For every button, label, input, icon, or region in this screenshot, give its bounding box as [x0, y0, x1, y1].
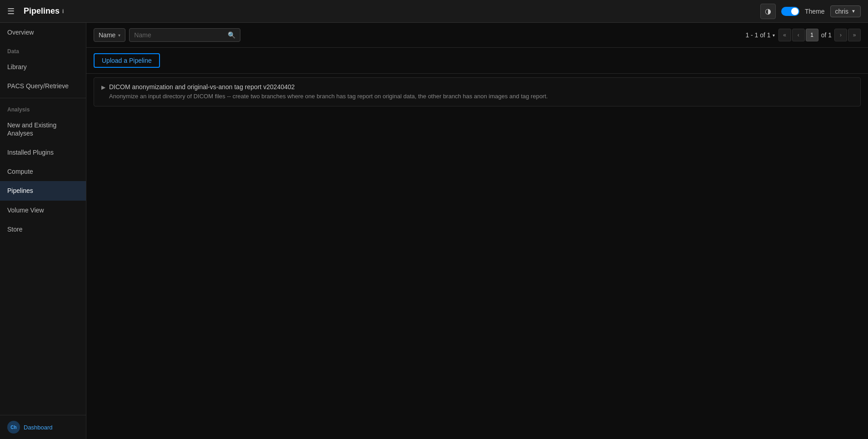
topnav: ☰ Pipelines i ◑ Theme chris ▼ [0, 0, 868, 23]
theme-toggle[interactable] [781, 7, 799, 16]
search-box: 🔍 [129, 28, 240, 42]
sidebar: Overview Data Library PACS Query/Retriev… [0, 23, 86, 439]
pipeline-header[interactable]: ▶ DICOM anonymization and original-vs-an… [94, 78, 860, 106]
pagination-prev-button[interactable]: ‹ [792, 29, 805, 41]
toolbar-left: Name ▾ 🔍 [94, 28, 240, 42]
theme-contrast-button[interactable]: ◑ [760, 4, 776, 19]
pagination-info: 1 - 1 of 1 ▾ [745, 31, 774, 39]
pagination-total: of 1 [819, 31, 833, 39]
user-menu-button[interactable]: chris ▼ [830, 5, 861, 17]
sidebar-item-store[interactable]: Store [0, 220, 86, 239]
pipeline-item: ▶ DICOM anonymization and original-vs-an… [94, 77, 861, 106]
pagination-last-button[interactable]: » [848, 29, 861, 41]
sidebar-item-installed-plugins[interactable]: Installed Plugins [0, 143, 86, 162]
charis-logo: Ch [7, 421, 20, 434]
upload-area: Upload a Pipeline [86, 48, 868, 74]
hamburger-icon[interactable]: ☰ [7, 6, 15, 16]
search-icon: 🔍 [228, 31, 235, 39]
main-layout: Overview Data Library PACS Query/Retriev… [0, 23, 868, 439]
topnav-right: ◑ Theme chris ▼ [760, 4, 861, 19]
theme-label: Theme [805, 8, 825, 15]
sidebar-item-compute[interactable]: Compute [0, 162, 86, 181]
sidebar-bottom: Ch Dashboard [0, 415, 86, 439]
pagination-chevron-icon: ▾ [773, 33, 775, 38]
toggle-thumb [791, 8, 798, 15]
pipeline-name: DICOM anonymization and original-vs-anon… [109, 83, 548, 91]
filter-chevron-icon: ▾ [118, 33, 120, 38]
pagination-first-button[interactable]: « [778, 29, 791, 41]
sidebar-item-library[interactable]: Library [0, 57, 86, 76]
sidebar-item-overview[interactable]: Overview [0, 23, 86, 42]
sidebar-divider [0, 98, 86, 98]
expand-icon: ▶ [101, 84, 105, 91]
pagination-next-button[interactable]: › [834, 29, 847, 41]
pagination-range: 1 - 1 of 1 [745, 31, 770, 39]
pipeline-description: Anonymize an input directory of DICOM fi… [109, 92, 548, 101]
pagination-page-button[interactable]: 1 [806, 29, 818, 41]
user-chevron-icon: ▼ [851, 9, 856, 14]
sidebar-item-volume-view[interactable]: Volume View [0, 201, 86, 220]
sidebar-item-new-and-existing[interactable]: New and Existing Analyses [0, 116, 86, 143]
sidebar-item-pacs[interactable]: PACS Query/Retrieve [0, 76, 86, 96]
content-area: Name ▾ 🔍 1 - 1 of 1 ▾ « ‹ [86, 23, 868, 439]
search-input[interactable] [134, 31, 225, 39]
pagination-nav: « ‹ 1 of 1 › » [778, 29, 861, 41]
pipeline-info: DICOM anonymization and original-vs-anon… [109, 83, 548, 101]
toolbar-right: 1 - 1 of 1 ▾ « ‹ 1 of 1 › » [745, 29, 861, 41]
sidebar-section-analysis: Analysis [0, 100, 86, 116]
pagination-dropdown-button[interactable]: ▾ [773, 33, 775, 38]
toolbar: Name ▾ 🔍 1 - 1 of 1 ▾ « ‹ [86, 23, 868, 48]
pipeline-list: ▶ DICOM anonymization and original-vs-an… [86, 74, 868, 439]
dashboard-link[interactable]: Dashboard [24, 424, 53, 431]
toggle-track[interactable] [781, 7, 799, 16]
sidebar-item-pipelines[interactable]: Pipelines [0, 181, 86, 200]
page-title: Pipelines i [24, 6, 64, 16]
filter-dropdown[interactable]: Name ▾ [94, 28, 125, 42]
upload-pipeline-button[interactable]: Upload a Pipeline [94, 53, 160, 68]
sidebar-section-data: Data [0, 42, 86, 57]
